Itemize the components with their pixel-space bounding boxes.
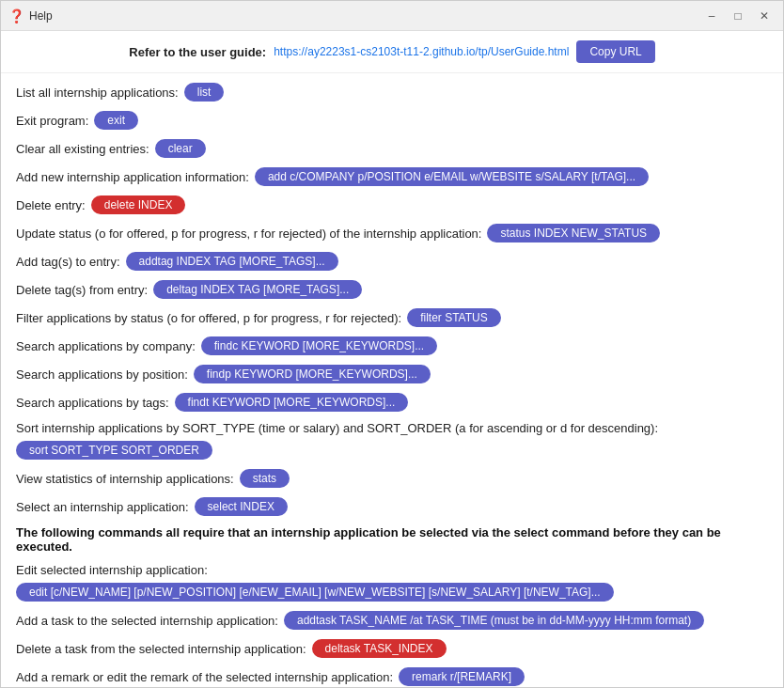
deltag-row: Delete tag(s) from entry: deltag INDEX T… — [16, 280, 768, 299]
status-badge: status INDEX NEW_STATUS — [487, 224, 660, 242]
delete-label: Delete entry: — [16, 198, 86, 212]
findp-label: Search applications by position: — [16, 367, 188, 382]
deltask-label: Delete a task from the selected internsh… — [16, 642, 306, 656]
filter-badge: filter STATUS — [407, 308, 501, 327]
url-bar: Refer to the user guide: https://ay2223s… — [1, 31, 783, 73]
sort-badge: sort SORT_TYPE SORT_ORDER — [16, 441, 212, 460]
edit-label: Edit selected internship application: — [16, 563, 208, 577]
add-label: Add new internship application informati… — [16, 170, 249, 184]
clear-badge: clear — [155, 139, 206, 158]
remark-badge: remark r/[REMARK] — [399, 667, 525, 686]
addtag-badge: addtag INDEX TAG [MORE_TAGS]... — [126, 252, 338, 271]
clear-label: Clear all existing entries: — [16, 142, 149, 156]
filter-row: Filter applications by status (o for off… — [16, 308, 768, 327]
select-badge: select INDEX — [195, 497, 288, 516]
delete-row: Delete entry: delete INDEX — [16, 195, 768, 214]
deltask-row: Delete a task from the selected internsh… — [16, 639, 768, 658]
delete-badge: delete INDEX — [91, 195, 186, 214]
window-controls: – □ ✕ — [700, 7, 776, 25]
deltag-badge: deltag INDEX TAG [MORE_TAGS]... — [153, 280, 362, 299]
window-title: Help — [29, 9, 700, 23]
select-label: Select an internship application: — [16, 500, 189, 514]
edit-badge: edit [c/NEW_NAME] [p/NEW_POSITION] [e/NE… — [16, 583, 614, 602]
exit-row: Exit program: exit — [16, 111, 768, 130]
help-window: ❓ Help – □ ✕ Refer to the user guide: ht… — [0, 0, 784, 688]
title-bar: ❓ Help – □ ✕ — [1, 1, 783, 31]
user-guide-link[interactable]: https://ay2223s1-cs2103t-t11-2.github.io… — [274, 45, 569, 58]
status-row: Update status (o for offered, p for prog… — [16, 224, 768, 242]
add-row: Add new internship application informati… — [16, 167, 768, 186]
addtask-row: Add a task to the selected internship ap… — [16, 611, 768, 630]
exit-label: Exit program: — [16, 114, 88, 128]
minimize-button[interactable]: – — [700, 7, 723, 25]
findc-label: Search applications by company: — [16, 339, 196, 353]
remark-row: Add a remark or edit the remark of the s… — [16, 667, 768, 686]
add-badge: add c/COMPANY p/POSITION e/EMAIL w/WEBSI… — [255, 167, 649, 186]
findp-badge: findp KEYWORD [MORE_KEYWORDS]... — [194, 365, 431, 383]
findt-label: Search applications by tags: — [16, 396, 169, 410]
edit-row: Edit selected internship application: ed… — [16, 563, 768, 602]
addtag-label: Add tag(s) to entry: — [16, 255, 120, 269]
findc-badge: findc KEYWORD [MORE_KEYWORDS]... — [201, 336, 437, 355]
findp-row: Search applications by position: findp K… — [16, 365, 768, 383]
remark-label: Add a remark or edit the remark of the s… — [16, 670, 393, 684]
clear-row: Clear all existing entries: clear — [16, 139, 768, 158]
list-badge: list — [184, 83, 225, 102]
findc-row: Search applications by company: findc KE… — [16, 336, 768, 355]
help-icon: ❓ — [8, 8, 24, 23]
findt-badge: findt KEYWORD [MORE_KEYWORDS]... — [175, 393, 409, 412]
status-label: Update status (o for offered, p for prog… — [16, 227, 481, 241]
copy-url-button[interactable]: Copy URL — [576, 40, 654, 63]
maximize-button[interactable]: □ — [727, 7, 749, 25]
sort-label: Sort internship applications by SORT_TYP… — [16, 421, 658, 435]
stats-badge: stats — [240, 469, 290, 488]
deltag-label: Delete tag(s) from entry: — [16, 283, 148, 297]
help-content: List all internship applications: list E… — [1, 73, 783, 687]
sort-row: Sort internship applications by SORT_TYP… — [16, 421, 768, 460]
filter-label: Filter applications by status (o for off… — [16, 311, 401, 325]
stats-row: View statistics of internship applicatio… — [16, 469, 768, 488]
close-button[interactable]: ✕ — [753, 7, 776, 25]
deltask-badge: deltask TASK_INDEX — [312, 639, 447, 658]
addtask-label: Add a task to the selected internship ap… — [16, 614, 278, 628]
exit-badge: exit — [94, 111, 138, 130]
select-row: Select an internship application: select… — [16, 497, 768, 516]
list-row: List all internship applications: list — [16, 83, 768, 102]
addtask-badge: addtask TASK_NAME /at TASK_TIME (must be… — [284, 611, 704, 630]
url-bar-label: Refer to the user guide: — [129, 45, 266, 59]
note-text: The following commands all require that … — [16, 525, 768, 554]
list-label: List all internship applications: — [16, 86, 179, 100]
stats-label: View statistics of internship applicatio… — [16, 472, 234, 486]
addtag-row: Add tag(s) to entry: addtag INDEX TAG [M… — [16, 252, 768, 271]
findt-row: Search applications by tags: findt KEYWO… — [16, 393, 768, 412]
